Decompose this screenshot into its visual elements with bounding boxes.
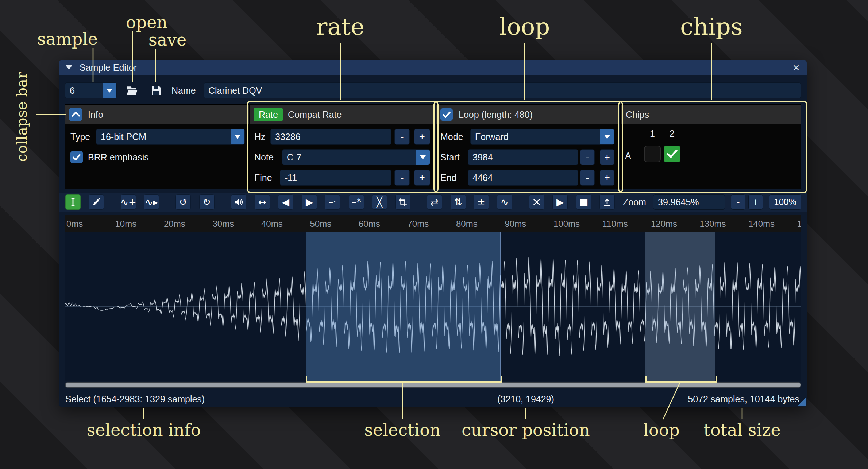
loop-start-label: Start bbox=[440, 149, 460, 165]
name-label: Name bbox=[171, 82, 196, 98]
hz-increase-button[interactable]: + bbox=[414, 129, 430, 145]
select-tool-button[interactable] bbox=[65, 194, 81, 210]
delete-icon: ╳ bbox=[377, 197, 382, 208]
total-size-status: 5072 samples, 10144 bytes bbox=[688, 394, 799, 404]
loop-start-input[interactable]: 3984 bbox=[468, 149, 578, 165]
selection-bracket bbox=[306, 376, 502, 383]
hz-label: Hz bbox=[254, 129, 266, 145]
apply-silence-icon: –* bbox=[352, 197, 361, 208]
ruler-label: 130ms bbox=[700, 219, 726, 229]
info-panel-header: Info bbox=[65, 105, 249, 124]
fine-input[interactable]: -11 bbox=[280, 170, 391, 186]
loop-end-decrease-button[interactable]: - bbox=[580, 170, 595, 186]
open-button[interactable] bbox=[123, 82, 140, 98]
chip-enable-checkbox-2[interactable] bbox=[664, 146, 680, 162]
note-select[interactable]: C-7 bbox=[282, 149, 430, 165]
loop-region[interactable] bbox=[645, 232, 715, 381]
delete-button[interactable]: ╳ bbox=[372, 194, 387, 210]
collapse-bar-button[interactable] bbox=[69, 108, 82, 121]
reverse-icon: ⇄ bbox=[431, 197, 439, 208]
window-titlebar[interactable]: Sample Editor × bbox=[59, 60, 807, 75]
hz-input[interactable]: 33286 bbox=[270, 129, 391, 145]
insert-silence-icon: –· bbox=[328, 197, 336, 208]
fade-out-button[interactable]: ▶ bbox=[302, 194, 317, 210]
fine-decrease-button[interactable]: - bbox=[394, 170, 410, 186]
resample-button[interactable]: ∿▸ bbox=[144, 194, 159, 210]
annotation-loop-bottom: loop bbox=[643, 420, 680, 440]
rate-panel: Rate Compat Rate Hz 33286 - + Note C-7 F… bbox=[250, 104, 434, 189]
ruler-label: 90ms bbox=[505, 219, 526, 229]
loop-end-increase-button[interactable]: + bbox=[600, 170, 614, 186]
loop-enable-checkbox[interactable] bbox=[440, 108, 453, 121]
trim-button[interactable] bbox=[395, 194, 410, 210]
resize-grip[interactable] bbox=[798, 398, 806, 406]
invert-button[interactable]: ⇅ bbox=[451, 194, 466, 210]
horizontal-scrollbar[interactable] bbox=[65, 382, 801, 388]
filter-button[interactable]: ∿ bbox=[497, 194, 512, 210]
upload-icon bbox=[602, 197, 612, 207]
chevron-down-icon bbox=[420, 155, 426, 159]
zoom-value-input[interactable]: 39.9645% bbox=[653, 194, 725, 210]
type-dropdown-button[interactable] bbox=[231, 129, 244, 144]
hz-decrease-button[interactable]: - bbox=[394, 129, 410, 145]
chips-panel: Chips 1 2 A bbox=[620, 104, 801, 189]
chip-enable-checkbox-1[interactable] bbox=[644, 146, 661, 162]
sample-number-value: 6 bbox=[70, 83, 75, 98]
sign-exchange-button[interactable]: ± bbox=[474, 194, 489, 210]
ruler-label: 50ms bbox=[310, 219, 332, 229]
redo-icon: ↻ bbox=[203, 197, 211, 208]
loop-start-increase-button[interactable]: + bbox=[600, 149, 614, 165]
brr-emphasis-checkbox[interactable] bbox=[70, 151, 83, 163]
time-ruler[interactable]: 0ms10ms20ms30ms40ms50ms60ms70ms80ms90ms1… bbox=[65, 215, 801, 232]
ruler-label: 150ms bbox=[797, 219, 802, 229]
apply-silence-button[interactable]: –* bbox=[349, 194, 364, 210]
speaker-icon bbox=[234, 197, 243, 207]
zoom-in-button[interactable]: + bbox=[748, 194, 763, 210]
redo-button[interactable]: ↻ bbox=[199, 194, 215, 210]
amplify-button[interactable] bbox=[231, 194, 246, 210]
loop-mode-select[interactable]: Forward bbox=[470, 129, 614, 145]
note-dropdown-button[interactable] bbox=[416, 150, 430, 165]
waveform-view[interactable] bbox=[65, 232, 801, 381]
sample-number-select[interactable]: 6 bbox=[65, 82, 117, 98]
rate-badge[interactable]: Rate bbox=[254, 108, 283, 121]
ruler-label: 120ms bbox=[651, 219, 677, 229]
zoom-reset-button[interactable]: 100% bbox=[769, 194, 801, 210]
normalize-icon: ↔ bbox=[258, 197, 266, 208]
loop-start-decrease-button[interactable]: - bbox=[580, 149, 595, 165]
selection-region[interactable] bbox=[306, 232, 501, 381]
zoom-out-button[interactable]: - bbox=[731, 194, 745, 210]
fine-increase-button[interactable]: + bbox=[414, 170, 430, 186]
draw-tool-button[interactable] bbox=[89, 194, 104, 210]
open-folder-icon bbox=[126, 85, 138, 96]
insert-silence-button[interactable]: –· bbox=[325, 194, 340, 210]
loop-mode-dropdown-button[interactable] bbox=[600, 129, 614, 144]
reverse-button[interactable]: ⇄ bbox=[427, 194, 442, 210]
text-cursor bbox=[494, 173, 494, 183]
fade-in-button[interactable]: ◀ bbox=[278, 194, 293, 210]
scrollbar-thumb[interactable] bbox=[66, 383, 801, 387]
window-collapse-icon[interactable] bbox=[66, 65, 72, 70]
note-label: Note bbox=[254, 149, 274, 165]
annotation-selection-info: selection info bbox=[87, 420, 201, 440]
annotation-cursor-position: cursor position bbox=[462, 420, 590, 440]
crossfade-button[interactable] bbox=[529, 194, 544, 210]
sample-dropdown-button[interactable] bbox=[103, 83, 116, 98]
resize-button[interactable]: ∿+ bbox=[121, 194, 136, 210]
name-input[interactable]: Clarinet DQV bbox=[204, 82, 801, 98]
ruler-label: 20ms bbox=[164, 219, 185, 229]
type-select[interactable]: 16-bit PCM bbox=[96, 129, 245, 145]
ruler-label: 0ms bbox=[66, 219, 83, 229]
normalize-button[interactable]: ↔ bbox=[255, 194, 270, 210]
stop-preview-button[interactable]: ■ bbox=[576, 194, 591, 210]
ruler-label: 10ms bbox=[115, 219, 137, 229]
save-button[interactable] bbox=[147, 82, 165, 98]
upload-button[interactable] bbox=[599, 194, 615, 210]
annotation-total-size: total size bbox=[703, 420, 780, 440]
undo-button[interactable]: ↺ bbox=[175, 194, 191, 210]
loop-end-input[interactable]: 4464 bbox=[468, 170, 578, 186]
preview-button[interactable]: ▶ bbox=[552, 194, 568, 210]
ibeam-cursor-icon bbox=[68, 197, 78, 207]
close-button[interactable]: × bbox=[789, 61, 803, 74]
crop-icon bbox=[398, 197, 408, 207]
